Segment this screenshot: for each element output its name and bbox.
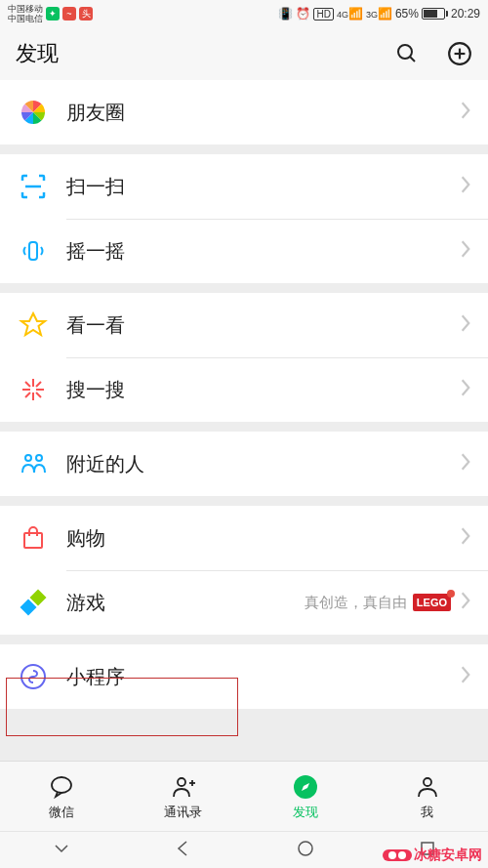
item-label: 搜一搜 bbox=[66, 377, 451, 403]
watermark-icon bbox=[383, 849, 412, 861]
page-header: 发现 bbox=[0, 27, 488, 80]
games-icon bbox=[16, 585, 51, 620]
list-group: 购物游戏真创造，真自由LEGO bbox=[0, 506, 488, 635]
item-moments[interactable]: 朋友圈 bbox=[0, 80, 488, 145]
shake-icon bbox=[16, 233, 51, 269]
page-title: 发现 bbox=[16, 39, 59, 68]
moments-icon bbox=[16, 95, 51, 130]
list-group: 朋友圈 bbox=[0, 80, 488, 145]
svg-line-1 bbox=[410, 57, 415, 62]
chevron-right-icon bbox=[459, 312, 472, 338]
status-app-icon: ✦ bbox=[46, 7, 60, 21]
add-icon[interactable] bbox=[447, 41, 472, 66]
tab-label: 发现 bbox=[293, 804, 318, 821]
svg-line-15 bbox=[25, 393, 30, 397]
list-group: 小程序 bbox=[0, 644, 488, 709]
svg-marker-7 bbox=[21, 313, 45, 335]
shop-icon bbox=[16, 520, 51, 556]
alarm-icon: ⏰ bbox=[296, 7, 310, 21]
discover-list: 朋友圈扫一扫摇一摇看一看搜一搜附近的人购物游戏真创造，真自由LEGO小程序 bbox=[0, 80, 488, 709]
chat-icon bbox=[47, 772, 76, 802]
nearby-icon bbox=[16, 446, 51, 481]
search-star-icon bbox=[16, 372, 51, 407]
item-games[interactable]: 游戏真创造，真自由LEGO bbox=[0, 570, 488, 635]
item-scan[interactable]: 扫一扫 bbox=[0, 154, 488, 219]
item-label: 游戏 bbox=[66, 590, 305, 616]
item-extra: 真创造，真自由LEGO bbox=[305, 594, 451, 612]
search-icon[interactable] bbox=[394, 41, 420, 66]
carrier-labels: 中国移动 中国电信 bbox=[8, 4, 43, 23]
svg-point-23 bbox=[52, 777, 71, 793]
item-label: 看一看 bbox=[66, 312, 451, 339]
svg-rect-18 bbox=[24, 533, 42, 548]
svg-point-17 bbox=[36, 455, 42, 461]
clock-time: 20:29 bbox=[451, 7, 480, 21]
svg-point-29 bbox=[424, 778, 431, 786]
svg-point-0 bbox=[398, 45, 412, 59]
tab-chat[interactable]: 微信 bbox=[0, 762, 122, 831]
item-label: 购物 bbox=[66, 525, 451, 552]
chevron-right-icon bbox=[459, 525, 472, 551]
chevron-right-icon bbox=[459, 174, 472, 199]
lego-badge: LEGO bbox=[413, 594, 451, 611]
status-right: 📳 ⏰ HD 4G📶 3G📶 65% 20:29 bbox=[278, 7, 480, 21]
svg-point-24 bbox=[178, 778, 185, 786]
contacts-icon bbox=[169, 772, 198, 802]
svg-line-13 bbox=[36, 393, 41, 397]
item-look[interactable]: 看一看 bbox=[0, 293, 488, 357]
list-group: 看一看搜一搜 bbox=[0, 293, 488, 422]
svg-line-14 bbox=[36, 382, 41, 387]
look-icon bbox=[16, 308, 51, 343]
scan-icon bbox=[16, 169, 51, 204]
watermark: 冰糖安卓网 bbox=[383, 847, 482, 864]
status-app-icon: 头 bbox=[79, 7, 93, 21]
discover-icon bbox=[291, 772, 320, 802]
item-label: 摇一摇 bbox=[66, 238, 451, 265]
nav-collapse-icon[interactable] bbox=[52, 839, 71, 862]
item-label: 附近的人 bbox=[66, 451, 451, 477]
nav-home-icon[interactable] bbox=[296, 839, 315, 862]
chevron-right-icon bbox=[459, 100, 472, 125]
nav-back-icon[interactable] bbox=[174, 839, 193, 862]
item-label: 朋友圈 bbox=[66, 100, 451, 126]
battery-icon bbox=[422, 8, 448, 20]
item-nearby[interactable]: 附近的人 bbox=[0, 432, 488, 496]
list-group: 扫一扫摇一摇 bbox=[0, 154, 488, 283]
network-3g: 3G📶 bbox=[366, 7, 392, 21]
chevron-right-icon bbox=[459, 451, 472, 476]
status-app-icon: ~ bbox=[62, 7, 76, 21]
vibrate-icon: 📳 bbox=[278, 7, 293, 21]
svg-point-16 bbox=[25, 455, 31, 461]
chevron-right-icon bbox=[459, 590, 472, 615]
tab-me[interactable]: 我 bbox=[366, 762, 488, 831]
chevron-right-icon bbox=[459, 664, 472, 689]
list-group: 附近的人 bbox=[0, 432, 488, 496]
header-actions bbox=[394, 41, 472, 66]
tab-label: 通讯录 bbox=[164, 804, 202, 821]
miniprogram-icon bbox=[16, 659, 51, 694]
svg-point-30 bbox=[299, 842, 312, 855]
tab-contacts[interactable]: 通讯录 bbox=[122, 762, 244, 831]
chevron-right-icon bbox=[459, 377, 472, 402]
battery-percent: 65% bbox=[395, 7, 419, 21]
status-left: 中国移动 中国电信 ✦ ~ 头 bbox=[8, 4, 93, 23]
status-bar: 中国移动 中国电信 ✦ ~ 头 📳 ⏰ HD 4G📶 3G📶 65% 20:29 bbox=[0, 0, 488, 27]
svg-line-12 bbox=[25, 382, 30, 387]
tab-label: 微信 bbox=[49, 804, 74, 821]
item-label: 扫一扫 bbox=[66, 174, 451, 200]
notification-dot bbox=[447, 590, 455, 598]
watermark-text: 冰糖安卓网 bbox=[414, 847, 482, 864]
chevron-right-icon bbox=[459, 238, 472, 264]
tab-discover[interactable]: 发现 bbox=[244, 762, 366, 831]
svg-rect-6 bbox=[29, 242, 37, 260]
item-label: 小程序 bbox=[66, 664, 451, 690]
network-4g: 4G📶 bbox=[337, 7, 363, 21]
me-icon bbox=[413, 772, 442, 802]
item-shake[interactable]: 摇一摇 bbox=[0, 219, 488, 283]
tab-bar: 微信通讯录发现我 bbox=[0, 761, 488, 831]
item-search[interactable]: 搜一搜 bbox=[0, 357, 488, 422]
hd-badge: HD bbox=[313, 8, 333, 21]
tab-label: 我 bbox=[421, 804, 433, 821]
item-shop[interactable]: 购物 bbox=[0, 506, 488, 570]
item-miniprogram[interactable]: 小程序 bbox=[0, 644, 488, 709]
